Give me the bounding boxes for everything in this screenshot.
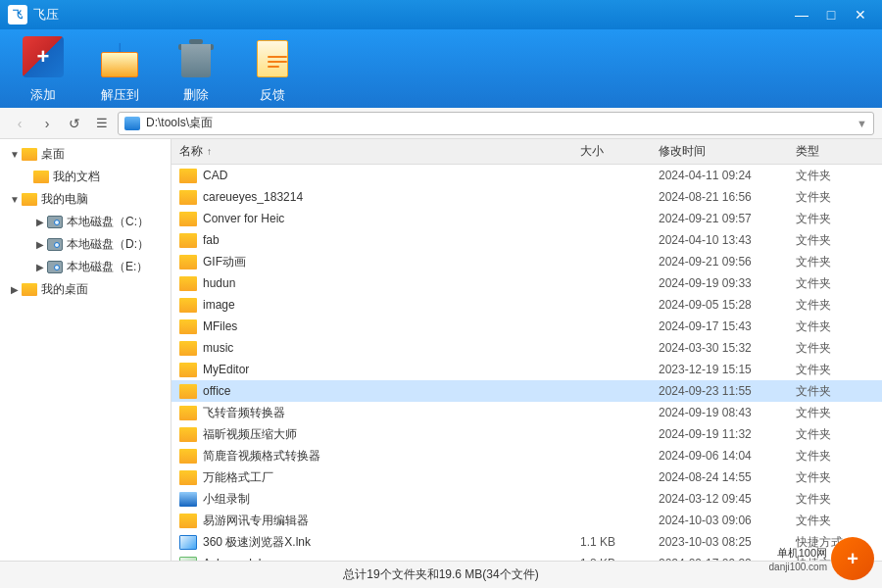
file-icon (179, 449, 197, 464)
view-toggle-button[interactable]: ☰ (90, 112, 114, 135)
file-name: 福昕视频压缩大师 (203, 426, 580, 443)
nav-bar: ‹ › ↺ ☰ D:\tools\桌面 ▼ (0, 108, 882, 139)
file-type: 文件夹 (796, 340, 874, 357)
refresh-button[interactable]: ↺ (63, 112, 86, 135)
col-header-type[interactable]: 类型 (796, 143, 874, 160)
forward-button[interactable]: › (35, 112, 59, 135)
sidebar-item-drive-d[interactable]: ▶ 本地磁盘（D:） (0, 233, 171, 256)
file-date: 2024-03-12 09:45 (659, 492, 796, 506)
hdd-icon (47, 261, 63, 273)
sidebar: ▼ 桌面 我的文档 ▼ 我的电脑 ▶ 本地磁盘（C:） ▶ 本地磁盘（D:） (0, 139, 172, 561)
file-date: 2024-09-17 15:43 (659, 319, 796, 333)
address-text: D:\tools\桌面 (146, 115, 851, 131)
file-name: GIF动画 (203, 254, 580, 270)
sidebar-item-drive-c[interactable]: ▶ 本地磁盘（C:） (0, 211, 171, 233)
table-row[interactable]: office2024-09-23 11:55文件夹 (172, 380, 882, 402)
add-button[interactable]: + 添加 (20, 33, 67, 104)
table-row[interactable]: 福昕视频压缩大师2024-09-19 11:32文件夹 (172, 423, 882, 445)
table-row[interactable]: image2024-09-05 15:28文件夹 (172, 294, 882, 316)
col-header-size[interactable]: 大小 (580, 143, 659, 160)
file-date: 2024-04-11 09:24 (659, 169, 796, 182)
watermark-site: 单机100网 (777, 546, 827, 561)
table-row[interactable]: 简鹿音视频格式转换器2024-09-06 14:04文件夹 (172, 445, 882, 466)
maximize-button[interactable]: □ (817, 5, 845, 24)
extract-icon-wrap: ↓ (96, 33, 143, 80)
table-row[interactable]: 易游网讯专用编辑器2024-10-03 09:06文件夹 (172, 510, 882, 531)
watermark-logo: + (831, 537, 874, 580)
expand-icon: ▶ (8, 283, 22, 297)
file-date: 2024-08-21 16:56 (659, 190, 796, 204)
file-type: 文件夹 (796, 297, 874, 314)
window-controls: — □ ✕ (788, 5, 874, 24)
address-folder-icon (124, 117, 140, 130)
table-row[interactable]: MFiles2024-09-17 15:43文件夹 (172, 316, 882, 337)
file-date: 2024-09-23 11:55 (659, 384, 796, 398)
file-name: hudun (203, 276, 580, 290)
close-button[interactable]: ✕ (847, 5, 874, 24)
table-row[interactable]: music2024-03-30 15:32文件夹 (172, 337, 882, 359)
file-name: 360 极速浏览器X.lnk (203, 534, 580, 551)
file-icon (179, 492, 197, 507)
address-dropdown-icon[interactable]: ▼ (857, 118, 867, 129)
file-icon (179, 169, 197, 183)
watermark-domain: danji100.com (769, 562, 827, 572)
sidebar-label: 我的电脑 (41, 191, 88, 208)
col-header-date[interactable]: 修改时间 (659, 143, 796, 160)
folder-icon (22, 193, 37, 206)
file-name: music (203, 341, 580, 355)
add-label: 添加 (30, 86, 56, 104)
file-type: 文件夹 (796, 383, 874, 400)
table-row[interactable]: 飞转音频转换器2024-09-19 08:43文件夹 (172, 402, 882, 423)
file-type: 文件夹 (796, 211, 874, 227)
hdd-icon (47, 216, 63, 228)
add-icon-wrap: + (20, 33, 67, 80)
back-button[interactable]: ‹ (8, 112, 31, 135)
file-name: Acharya.lnk (203, 557, 580, 561)
file-date: 2024-09-05 15:28 (659, 298, 796, 312)
feedback-button[interactable]: 反馈 (249, 33, 296, 104)
extract-button[interactable]: ↓ 解压到 (96, 33, 143, 104)
table-row[interactable]: CAD2024-04-11 09:24文件夹 (172, 165, 882, 186)
file-date: 2024-10-03 09:06 (659, 514, 796, 527)
file-name: Conver for Heic (203, 212, 580, 225)
table-row[interactable]: fab2024-04-10 13:43文件夹 (172, 229, 882, 251)
col-header-name[interactable]: 名称 ↑ (179, 143, 580, 160)
file-icon (179, 190, 197, 205)
main-content: ▼ 桌面 我的文档 ▼ 我的电脑 ▶ 本地磁盘（C:） ▶ 本地磁盘（D:） (0, 139, 882, 561)
sidebar-item-desktop[interactable]: ▼ 桌面 (0, 143, 171, 166)
file-name: 小组录制 (203, 491, 580, 508)
minimize-button[interactable]: — (788, 5, 815, 24)
file-date: 2024-09-06 14:04 (659, 449, 796, 463)
sidebar-item-mycomputer[interactable]: ▼ 我的电脑 (0, 188, 171, 211)
table-row[interactable]: careueyes_1832142024-08-21 16:56文件夹 (172, 186, 882, 208)
expand-icon (20, 171, 33, 184)
file-date: 2024-09-21 09:57 (659, 212, 796, 225)
table-row[interactable]: Conver for Heic2024-09-21 09:57文件夹 (172, 208, 882, 229)
delete-button[interactable]: 删除 (172, 33, 220, 104)
sidebar-item-mydocs[interactable]: 我的文档 (0, 166, 171, 188)
table-row[interactable]: MyEditor2023-12-19 15:15文件夹 (172, 359, 882, 380)
file-name: 飞转音频转换器 (203, 405, 580, 421)
file-name: fab (203, 233, 580, 247)
sidebar-label: 本地磁盘（E:） (67, 259, 148, 275)
file-icon (179, 427, 197, 442)
file-type: 文件夹 (796, 275, 874, 292)
file-name: MFiles (203, 319, 580, 333)
file-icon (179, 535, 197, 550)
file-type: 文件夹 (796, 405, 874, 421)
table-row[interactable]: 小组录制2024-03-12 09:45文件夹 (172, 488, 882, 510)
folder-icon (33, 171, 49, 183)
table-row[interactable]: hudun2024-09-19 09:33文件夹 (172, 272, 882, 294)
file-icon (179, 341, 197, 356)
table-row[interactable]: GIF动画2024-09-21 09:56文件夹 (172, 251, 882, 272)
sidebar-item-mydesktop[interactable]: ▶ 我的桌面 (0, 278, 171, 301)
file-icon (179, 514, 197, 528)
extract-label: 解压到 (101, 86, 139, 104)
file-name: careueyes_183214 (203, 190, 580, 204)
table-row[interactable]: 万能格式工厂2024-08-24 14:55文件夹 (172, 466, 882, 488)
address-bar[interactable]: D:\tools\桌面 ▼ (118, 112, 874, 135)
sidebar-item-drive-e[interactable]: ▶ 本地磁盘（E:） (0, 256, 171, 278)
file-name: CAD (203, 169, 580, 182)
file-list: CAD2024-04-11 09:24文件夹careueyes_18321420… (172, 165, 882, 561)
file-type: 文件夹 (796, 469, 874, 486)
